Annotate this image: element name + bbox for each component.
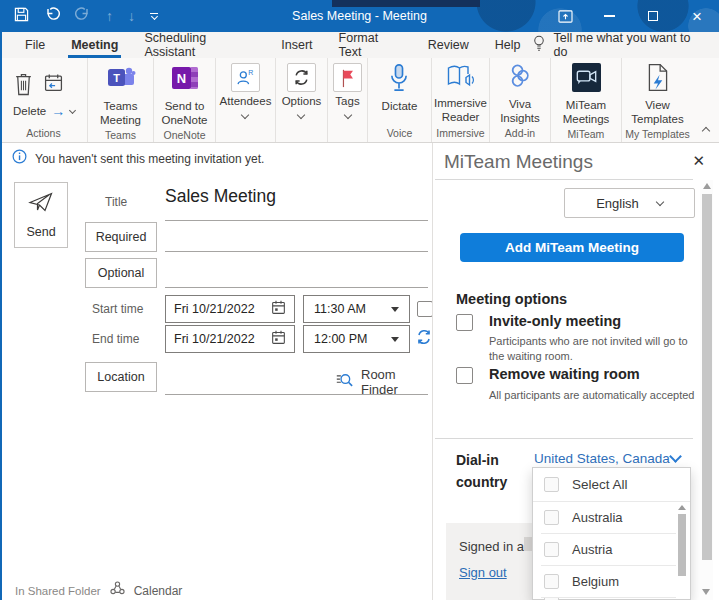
- country-checkbox[interactable]: [544, 574, 559, 589]
- view-templates-icon: [646, 63, 670, 96]
- minimize-button[interactable]: [587, 0, 631, 32]
- miteam-meetings-button[interactable]: MiTeam Meetings: [553, 63, 619, 127]
- location-input[interactable]: [165, 365, 325, 391]
- required-input-underline: [165, 251, 428, 252]
- tags-chevron-down-icon: [343, 111, 351, 119]
- required-button[interactable]: Required: [85, 222, 157, 252]
- send-to-onenote-button[interactable]: N Send to OneNote: [156, 63, 214, 128]
- title-input[interactable]: Sales Meeting: [165, 186, 276, 207]
- language-select[interactable]: English: [564, 188, 695, 218]
- add-miteam-meeting-button[interactable]: Add MiTeam Meeting: [460, 233, 684, 262]
- immersive-reader-icon: [446, 63, 476, 94]
- tab-scheduling-assistant[interactable]: Scheduling Assistant: [131, 32, 268, 58]
- sign-out-link[interactable]: Sign out: [459, 565, 507, 580]
- start-date-input[interactable]: Fri 10/21/2022: [165, 295, 295, 323]
- dropdown-scrollbar[interactable]: [677, 505, 687, 596]
- tab-review[interactable]: Review: [415, 32, 482, 58]
- invite-only-label: Invite-only meeting: [489, 313, 621, 329]
- ribbon-group-tags: Tags: [328, 58, 368, 142]
- scroll-up-icon[interactable]: [678, 505, 686, 510]
- close-button[interactable]: ×: [675, 0, 719, 32]
- scroll-up-icon[interactable]: [703, 183, 711, 189]
- scrollbar-thumb[interactable]: [702, 194, 712, 560]
- country-item-belgium[interactable]: Belgium: [533, 566, 690, 597]
- teams-meeting-button[interactable]: T Teams Meeting: [90, 63, 152, 128]
- remove-waiting-room-checkbox[interactable]: [456, 367, 473, 384]
- tab-format-text[interactable]: Format Text: [326, 32, 415, 58]
- calendar-picker-icon[interactable]: [271, 300, 286, 318]
- close-icon: ×: [692, 8, 702, 25]
- popout-button[interactable]: [543, 0, 587, 32]
- maximize-button[interactable]: [631, 0, 675, 32]
- ribbon-group-my-templates: View Templates My Templates: [622, 58, 693, 142]
- panel-scrollbar[interactable]: [700, 180, 713, 600]
- scrollbar-thumb[interactable]: [678, 514, 686, 576]
- group-label-actions: Actions: [0, 126, 87, 142]
- optional-input[interactable]: [165, 261, 428, 287]
- tell-me-box[interactable]: Tell me what you want to do: [533, 32, 719, 58]
- send-button[interactable]: Send: [14, 182, 68, 248]
- delete-chevron-down-icon[interactable]: [69, 106, 76, 113]
- select-all-checkbox[interactable]: [544, 477, 559, 492]
- undo-icon[interactable]: [44, 6, 60, 26]
- delete-button[interactable]: [13, 71, 63, 101]
- select-all-item[interactable]: Select All: [533, 468, 690, 501]
- country-checkbox[interactable]: [544, 510, 559, 525]
- infobar: You haven't sent this meeting invitation…: [12, 149, 264, 168]
- ribbon-group-miteam-meetings: MiTeam Meetings MiTeam Meetings: [551, 58, 622, 142]
- required-input[interactable]: [165, 225, 428, 251]
- forward-arrow-icon[interactable]: →: [51, 104, 65, 118]
- end-time-dropdown-icon: [391, 337, 399, 342]
- panel-close-button[interactable]: ✕: [692, 152, 705, 170]
- microphone-icon: [388, 63, 410, 97]
- options-button[interactable]: Options: [282, 63, 322, 118]
- panel-title: MiTeam Meetings: [444, 151, 593, 173]
- view-templates-button[interactable]: View Templates: [626, 63, 690, 127]
- attendees-button[interactable]: R Attendees: [220, 63, 272, 118]
- svg-text:T: T: [113, 72, 120, 84]
- tags-button[interactable]: Tags: [333, 63, 362, 118]
- country-checkbox[interactable]: [544, 542, 559, 557]
- remove-waiting-room-desc: All participants are automatically accep…: [489, 388, 704, 403]
- country-item-australia[interactable]: Australia: [533, 502, 690, 533]
- calendar-picker-icon[interactable]: [271, 330, 286, 348]
- ribbon-collapse-button[interactable]: [693, 58, 719, 142]
- meeting-forward-calendar-icon[interactable]: [44, 73, 63, 97]
- save-icon[interactable]: [14, 7, 29, 26]
- start-time-select[interactable]: 11:30 AM: [303, 295, 410, 323]
- room-finder-icon: [335, 371, 353, 393]
- ribbon-group-onenote: N Send to OneNote OneNote: [154, 58, 216, 142]
- dialin-chevron-down-icon[interactable]: [669, 450, 682, 463]
- tag-flag-icon: [333, 63, 362, 92]
- dictate-button[interactable]: Dictate: [382, 63, 418, 114]
- tab-file[interactable]: File: [12, 32, 58, 58]
- attendees-chevron-down-icon: [241, 111, 249, 119]
- scroll-down-icon[interactable]: [702, 589, 710, 595]
- customize-quick-access-icon[interactable]: [150, 13, 158, 20]
- end-time-select[interactable]: 12:00 PM: [303, 325, 410, 353]
- tab-insert[interactable]: Insert: [268, 32, 325, 58]
- recurrence-icon[interactable]: [415, 328, 433, 350]
- titlebar: ↑ ↓ Sales Meeting - Meeting ×: [0, 0, 719, 32]
- optional-button[interactable]: Optional: [85, 258, 157, 288]
- tab-meeting[interactable]: Meeting: [58, 32, 131, 58]
- end-date-input[interactable]: Fri 10/21/2022: [165, 325, 295, 353]
- close-icon: ✕: [692, 152, 705, 169]
- outlook-meeting-window: ↑ ↓ Sales Meeting - Meeting × File Meeti…: [0, 0, 719, 600]
- location-button[interactable]: Location: [85, 362, 157, 392]
- immersive-reader-button[interactable]: Immersive Reader: [433, 63, 489, 125]
- send-label: Send: [26, 225, 55, 239]
- panel-divider: [435, 438, 693, 439]
- invite-only-checkbox[interactable]: [456, 314, 473, 331]
- room-finder-button[interactable]: Room Finder: [335, 367, 432, 397]
- ribbon-group-add-in: Viva Insights Add-in: [490, 58, 551, 142]
- tab-help[interactable]: Help: [482, 32, 534, 58]
- dialin-country-value[interactable]: United States, Canada: [534, 451, 670, 466]
- delete-label: Delete: [13, 105, 46, 117]
- all-day-checkbox[interactable]: [417, 301, 433, 317]
- teams-icon: T: [106, 63, 136, 97]
- viva-insights-button[interactable]: Viva Insights: [492, 63, 548, 126]
- onenote-icon: N: [170, 63, 200, 97]
- signed-in-label: Signed in as: [459, 539, 531, 554]
- country-item-austria[interactable]: Austria: [533, 534, 690, 565]
